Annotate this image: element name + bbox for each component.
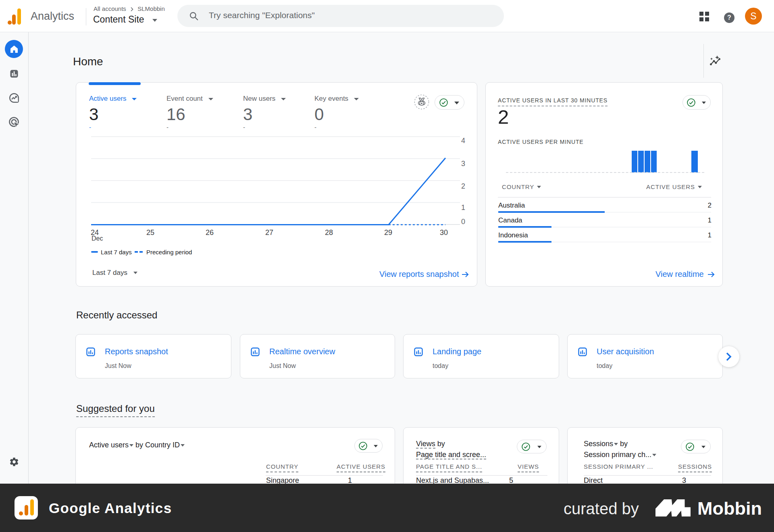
- svg-text:26: 26: [206, 229, 214, 237]
- svg-text:27: 27: [265, 229, 273, 237]
- svg-text:1: 1: [461, 204, 465, 212]
- svg-text:Dec: Dec: [92, 235, 103, 242]
- svg-text:0: 0: [461, 218, 465, 226]
- svg-text:29: 29: [384, 229, 392, 237]
- svg-text:25: 25: [146, 229, 154, 237]
- svg-text:2: 2: [461, 182, 465, 190]
- svg-text:30: 30: [440, 229, 448, 237]
- svg-text:28: 28: [325, 229, 333, 237]
- svg-text:4: 4: [461, 137, 465, 145]
- svg-text:3: 3: [461, 160, 465, 168]
